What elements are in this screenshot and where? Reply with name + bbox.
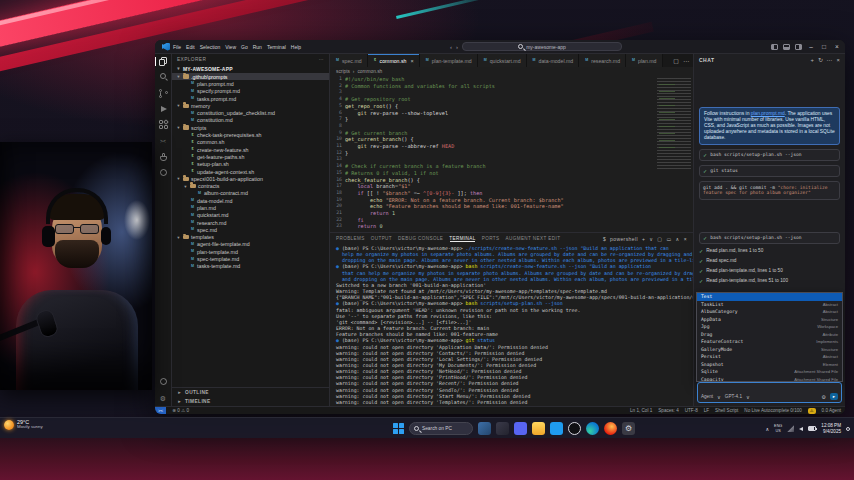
tree-item[interactable]: Mspec-template.md xyxy=(172,255,329,262)
menu-item-file[interactable]: File xyxy=(173,44,181,50)
menu-item-help[interactable]: Help xyxy=(291,44,301,50)
maximize-button[interactable]: □ xyxy=(820,43,828,50)
agent-mode-selector[interactable]: Agent xyxy=(701,394,713,399)
activity-run-debug-icon[interactable] xyxy=(159,105,168,114)
code-editor[interactable]: 1234567891011121314151617181920212223 #!… xyxy=(330,76,693,232)
taskbar-settings-icon[interactable]: ⚙ xyxy=(622,422,635,435)
chat-more-icon[interactable]: ⋯ xyxy=(827,57,833,63)
taskbar-task-view-icon[interactable] xyxy=(478,422,491,435)
toggle-sidebar-icon[interactable] xyxy=(771,44,778,50)
taskbar-discord-icon[interactable] xyxy=(514,422,527,435)
tree-item[interactable]: $setup-plan.sh xyxy=(172,161,329,168)
close-panel-icon[interactable]: × xyxy=(684,236,687,242)
taskbar-file-explorer-icon[interactable] xyxy=(532,422,545,435)
status-item[interactable]: 0.0 Agent xyxy=(822,408,841,413)
tree-item[interactable]: ▾scripts xyxy=(172,124,329,131)
section-timeline[interactable]: ▸TIMELINE xyxy=(172,397,329,406)
tree-item[interactable]: Mspecify.prompt.md xyxy=(172,88,329,95)
tree-item[interactable]: $create-new-feature.sh xyxy=(172,146,329,153)
chat-tool-item[interactable]: ✓Read plan-template.md, lines 1 to 50 xyxy=(699,268,840,274)
shell-label[interactable]: powershell xyxy=(610,236,638,242)
tab-data-model.md[interactable]: Mdata-model.md xyxy=(527,54,580,67)
suggestion-item[interactable]: GalleryModeStructure xyxy=(697,346,842,354)
suggestion-item[interactable]: AlbumCategoryAbstract xyxy=(697,308,842,316)
battery-icon[interactable] xyxy=(808,426,816,431)
chat-history-icon[interactable]: ↻ xyxy=(818,57,823,63)
tree-item[interactable]: Mdata-model.md xyxy=(172,197,329,204)
tab-plan.md[interactable]: Mplan.md xyxy=(626,54,662,67)
menu-item-go[interactable]: Go xyxy=(241,44,248,50)
forward-icon[interactable]: › xyxy=(456,44,458,50)
menu-item-selection[interactable]: Selection xyxy=(200,44,221,50)
tab-common.sh[interactable]: $common.sh× xyxy=(368,54,420,67)
tree-item[interactable]: $common.sh xyxy=(172,139,329,146)
terminal-tab-debug-console[interactable]: DEBUG CONSOLE xyxy=(398,236,443,241)
activity-search-icon[interactable] xyxy=(159,73,168,82)
chat-tool-item[interactable]: ✓Read plan-template.md, lines 51 to 100 xyxy=(699,278,840,284)
chat-tool-item[interactable]: ✓Read plan.md, lines 1 to 50 xyxy=(699,248,840,254)
network-icon[interactable] xyxy=(787,425,794,432)
activity-settings-icon[interactable]: ⚙ xyxy=(159,394,168,403)
notification-bell-icon[interactable] xyxy=(846,427,850,431)
volume-icon[interactable] xyxy=(799,427,803,431)
terminal-output[interactable]: ● (base) PS C:\Users\victor\my-awesome-a… xyxy=(330,244,693,406)
breadcrumb-segment[interactable]: common.sh xyxy=(357,69,382,74)
tree-item[interactable]: $get-feature-paths.sh xyxy=(172,153,329,160)
editor-more-icon[interactable]: ⋯ xyxy=(683,57,689,64)
status-item[interactable]: No Live Autocomplete 0/100 xyxy=(744,408,801,413)
weather-widget[interactable]: 29°C Mostly sunny xyxy=(4,420,43,431)
status-item[interactable]: Shell Script xyxy=(715,408,738,413)
taskbar-firefox-icon[interactable] xyxy=(604,422,617,435)
split-editor-icon[interactable]: ▢ xyxy=(673,57,679,64)
maximize-panel-icon[interactable]: ∧ xyxy=(676,236,680,242)
tree-item[interactable]: ▾.github\prompts xyxy=(172,73,329,80)
chat-close-icon[interactable]: × xyxy=(837,57,840,63)
terminal-tab-augment-next-edit[interactable]: AUGMENT NEXT EDIT xyxy=(506,236,561,241)
toggle-panel-icon[interactable] xyxy=(783,44,790,50)
tree-item[interactable]: Magent-file-template.md xyxy=(172,241,329,248)
new-chat-icon[interactable]: + xyxy=(811,57,814,63)
tree-item[interactable]: Mtasks.prompt.md xyxy=(172,95,329,102)
activity-source-control-icon[interactable] xyxy=(159,89,168,98)
terminal-tab-output[interactable]: OUTPUT xyxy=(371,236,392,241)
command-center[interactable]: my-awesome-app xyxy=(462,42,622,51)
prompt-file-link[interactable]: plan.prompt.md xyxy=(751,111,785,116)
chat-input[interactable]: Agent ∨ GPT-4.1 ∨ ⚙ ▸ xyxy=(697,382,842,403)
activity-extensions-icon[interactable] xyxy=(159,121,168,130)
status-warning-icon[interactable]: ⚠ xyxy=(808,408,816,414)
tray-chevron-icon[interactable]: ∧ xyxy=(765,426,769,432)
tree-item[interactable]: ▾contracts xyxy=(172,182,329,189)
status-item[interactable]: LF xyxy=(704,408,709,413)
breadcrumb-segment[interactable]: scripts xyxy=(336,69,350,74)
tree-item[interactable]: Mconstitution.md xyxy=(172,117,329,124)
tree-item[interactable]: Mtasks-template.md xyxy=(172,263,329,270)
terminal-tab-problems[interactable]: PROBLEMS xyxy=(336,236,365,241)
suggestion-item[interactable]: SqliteAttachment Shared File xyxy=(697,368,842,376)
chat-tool-item[interactable]: ✓bash scripts/setup-plan.sh --json xyxy=(699,149,840,161)
tab-plan-template.md[interactable]: Mplan-template.md xyxy=(420,54,478,67)
chat-tool-item[interactable]: ✓git status xyxy=(699,165,840,177)
terminal-tab-ports[interactable]: PORTS xyxy=(482,236,500,241)
toggle-secondary-sidebar-icon[interactable] xyxy=(795,44,802,50)
tree-item[interactable]: Malbum-contract.md xyxy=(172,190,329,197)
workspace-root-row[interactable]: ▾ MY-AWESOME-APP xyxy=(172,64,329,73)
minimize-button[interactable]: – xyxy=(807,43,815,50)
menu-item-view[interactable]: View xyxy=(225,44,236,50)
close-tab-icon[interactable]: × xyxy=(410,58,413,64)
tree-item[interactable]: Mquickstart.md xyxy=(172,212,329,219)
clock[interactable]: 12:08 PM 9/4/2025 xyxy=(821,423,841,434)
taskbar-vscode-icon[interactable] xyxy=(550,422,563,435)
taskbar-widgets-icon[interactable] xyxy=(496,422,509,435)
activity-account-icon[interactable] xyxy=(159,378,168,387)
back-icon[interactable]: ‹ xyxy=(450,44,452,50)
tree-item[interactable]: $check-task-prerequisites.sh xyxy=(172,131,329,138)
tree-item[interactable]: Mplan.md xyxy=(172,204,329,211)
tools-icon[interactable]: ⚙ xyxy=(821,394,826,400)
breadcrumb[interactable]: scripts›common.sh xyxy=(330,67,693,76)
start-button[interactable] xyxy=(393,423,404,434)
tab-spec.md[interactable]: Mspec.md xyxy=(330,54,368,67)
suggestion-item[interactable]: PersistAbstract xyxy=(697,353,842,361)
menu-item-edit[interactable]: Edit xyxy=(186,44,195,50)
activity-explorer-icon[interactable] xyxy=(159,57,168,66)
problems-indicator[interactable]: ⊗ 0 ⚠ 0 xyxy=(172,408,189,413)
